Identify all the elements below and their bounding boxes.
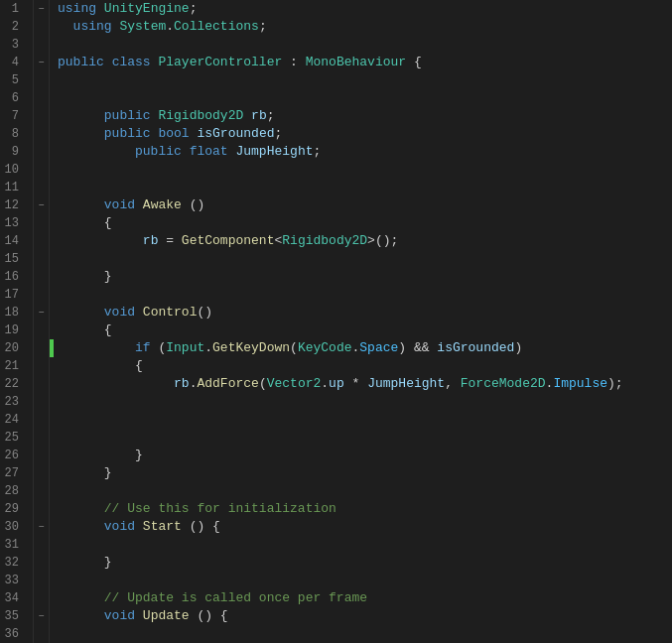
code-line-15 <box>54 250 672 268</box>
line-number-18: 18 <box>4 304 25 322</box>
gutter-32 <box>34 554 49 572</box>
line-number-32: 32 <box>4 554 25 572</box>
line-number-11: 11 <box>4 179 25 196</box>
line-number-19: 19 <box>4 322 25 339</box>
code-lines: using UnityEngine; using System.Collecti… <box>54 0 672 643</box>
gutter-20 <box>34 339 49 357</box>
line-number-3: 3 <box>4 36 25 54</box>
line-number-8: 8 <box>4 125 25 143</box>
gutter-35[interactable]: − <box>34 607 49 625</box>
code-line-21: { <box>54 357 672 375</box>
gutter-17 <box>34 286 49 304</box>
gutter-25 <box>34 429 49 447</box>
code-line-12: void Awake () <box>54 196 672 214</box>
line-number-9: 9 <box>4 143 25 161</box>
gutter-12[interactable]: − <box>34 196 49 214</box>
code-line-23 <box>54 393 672 411</box>
gutter-31 <box>34 536 49 554</box>
code-line-13: { <box>54 214 672 232</box>
line-number-6: 6 <box>4 89 25 107</box>
line-number-4: 4 <box>4 54 25 71</box>
gutter-15 <box>34 250 49 268</box>
code-line-6 <box>54 89 672 107</box>
gutter-4[interactable]: − <box>34 54 49 71</box>
line-number-10: 10 <box>4 161 25 179</box>
code-line-25 <box>54 429 672 447</box>
line-number-25: 25 <box>4 429 25 447</box>
gutter-24 <box>34 411 49 429</box>
line-number-28: 28 <box>4 482 25 500</box>
code-line-19: { <box>54 322 672 339</box>
gutter-18[interactable]: − <box>34 304 49 322</box>
code-line-5 <box>54 71 672 89</box>
line-number-23: 23 <box>4 393 25 411</box>
line-number-27: 27 <box>4 464 25 482</box>
line-number-17: 17 <box>4 286 25 304</box>
gutter-2 <box>34 18 49 36</box>
line-numbers: 1234567891011121314151617181920212223242… <box>0 0 34 643</box>
code-line-35: void Update () { <box>54 607 672 625</box>
code-line-28 <box>54 482 672 500</box>
code-line-32: } <box>54 554 672 572</box>
gutter-34 <box>34 589 49 607</box>
line-number-29: 29 <box>4 500 25 518</box>
fold-gutter: −−−−−− <box>34 0 50 643</box>
gutter-22 <box>34 375 49 393</box>
code-line-9: public float JumpHeight; <box>54 143 672 161</box>
code-line-17 <box>54 286 672 304</box>
gutter-1[interactable]: − <box>34 0 49 18</box>
code-line-34: // Update is called once per frame <box>54 589 672 607</box>
line-number-22: 22 <box>4 375 25 393</box>
gutter-14 <box>34 232 49 250</box>
gutter-3 <box>34 36 49 54</box>
gutter-23 <box>34 393 49 411</box>
code-line-33 <box>54 572 672 589</box>
line-number-7: 7 <box>4 107 25 125</box>
gutter-28 <box>34 482 49 500</box>
code-editor[interactable]: 1234567891011121314151617181920212223242… <box>0 0 672 643</box>
gutter-29 <box>34 500 49 518</box>
gutter-19 <box>34 322 49 339</box>
code-line-14: rb = GetComponent<Rigidbody2D>(); <box>54 232 672 250</box>
code-line-26: } <box>54 447 672 464</box>
gutter-13 <box>34 214 49 232</box>
line-number-26: 26 <box>4 447 25 464</box>
code-line-7: public Rigidbody2D rb; <box>54 107 672 125</box>
gutter-36 <box>34 625 49 643</box>
line-number-15: 15 <box>4 250 25 268</box>
gutter-5 <box>34 71 49 89</box>
line-number-20: 20 <box>4 339 25 357</box>
line-number-35: 35 <box>4 607 25 625</box>
line-number-33: 33 <box>4 572 25 589</box>
code-line-18: void Control() <box>54 304 672 322</box>
code-line-31 <box>54 536 672 554</box>
gutter-27 <box>34 464 49 482</box>
line-number-34: 34 <box>4 589 25 607</box>
code-line-16: } <box>54 268 672 286</box>
line-number-30: 30 <box>4 518 25 536</box>
code-line-29: // Use this for initialization <box>54 500 672 518</box>
gutter-10 <box>34 161 49 179</box>
gutter-9 <box>34 143 49 161</box>
line-number-5: 5 <box>4 71 25 89</box>
code-line-10 <box>54 161 672 179</box>
gutter-11 <box>34 179 49 196</box>
gutter-8 <box>34 125 49 143</box>
code-line-1: using UnityEngine; <box>54 0 672 18</box>
code-line-11 <box>54 179 672 196</box>
code-line-30: void Start () { <box>54 518 672 536</box>
gutter-7 <box>34 107 49 125</box>
line-number-24: 24 <box>4 411 25 429</box>
gutter-6 <box>34 89 49 107</box>
line-number-12: 12 <box>4 196 25 214</box>
gutter-30[interactable]: − <box>34 518 49 536</box>
gutter-26 <box>34 447 49 464</box>
line-number-13: 13 <box>4 214 25 232</box>
code-area: 1234567891011121314151617181920212223242… <box>0 0 672 643</box>
gutter-16 <box>34 268 49 286</box>
code-line-24 <box>54 411 672 429</box>
code-line-3 <box>54 36 672 54</box>
code-content[interactable]: using UnityEngine; using System.Collecti… <box>54 0 672 643</box>
code-line-36 <box>54 625 672 643</box>
code-line-20: if (Input.GetKeyDown(KeyCode.Space) && i… <box>54 339 672 357</box>
